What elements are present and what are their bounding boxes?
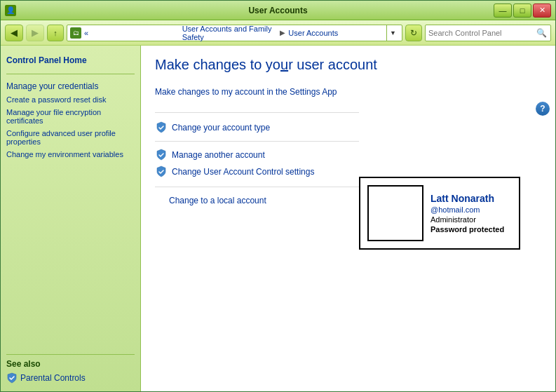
- back-button[interactable]: ◀: [5, 25, 23, 41]
- change-account-type-row: Change your account type: [155, 121, 359, 134]
- navbar: ◀ ▶ ↑ 🗂 « User Accounts and Family Safet…: [1, 20, 555, 46]
- maximize-button[interactable]: □: [513, 4, 531, 18]
- main-window: 👤 User Accounts — □ ✕ ◀ ▶ ↑ 🗂 « User Acc…: [0, 0, 556, 392]
- sidebar-divider-1: [6, 74, 135, 74]
- user-status: Password protected: [430, 225, 512, 234]
- see-also-title: See also: [6, 359, 135, 369]
- content-area: Control Panel Home Manage your credentia…: [1, 46, 555, 391]
- see-also-section: See also Parental Controls: [6, 354, 135, 384]
- main-right: Latt Nonarath @hotmail.com Administrator…: [373, 87, 541, 210]
- main-panel: ? Make changes to your user account Make…: [141, 46, 555, 391]
- search-input[interactable]: [428, 29, 535, 37]
- close-button[interactable]: ✕: [533, 4, 551, 18]
- sidebar-link-advanced-profile[interactable]: Configure advanced user profile properti…: [6, 128, 135, 147]
- shield-icon-manage-account: [155, 149, 168, 161]
- titlebar-controls: — □ ✕: [494, 4, 551, 18]
- main-left: Make changes to my account in the Settin…: [155, 87, 359, 210]
- sidebar: Control Panel Home Manage your credentia…: [1, 46, 141, 391]
- change-account-type-link[interactable]: Change your account type: [172, 123, 270, 133]
- see-also-parental-controls[interactable]: Parental Controls: [6, 372, 135, 384]
- user-details: Latt Nonarath @hotmail.com Administrator…: [430, 193, 512, 234]
- breadcrumb-separator1: «: [84, 29, 179, 37]
- uac-settings-link[interactable]: Change User Account Control settings: [172, 167, 314, 177]
- address-dropdown[interactable]: ▼: [386, 25, 399, 41]
- address-icon: 🗂: [70, 27, 81, 39]
- main-content-wrapper: Make changes to my account in the Settin…: [155, 87, 541, 210]
- user-info-box: Latt Nonarath @hotmail.com Administrator…: [359, 177, 520, 250]
- sidebar-link-credentials[interactable]: Manage your credentials: [6, 80, 135, 93]
- parental-controls-link[interactable]: Parental Controls: [20, 372, 86, 384]
- titlebar-left: 👤: [5, 5, 16, 16]
- sidebar-link-environment[interactable]: Change my environment variables: [6, 149, 135, 160]
- page-title-underlined-char: u: [280, 57, 288, 72]
- user-avatar: [367, 185, 423, 241]
- settings-app-row: Make changes to my account in the Settin…: [155, 87, 359, 101]
- window-title: User Accounts: [248, 6, 307, 15]
- breadcrumb-part1[interactable]: User Accounts and Family Safety: [182, 25, 278, 41]
- refresh-button[interactable]: ↻: [405, 25, 422, 41]
- user-email: @hotmail.com: [430, 205, 512, 214]
- shield-icon-account-type: [155, 121, 168, 134]
- sidebar-link-encryption[interactable]: Manage your file encryption certificates: [6, 107, 135, 126]
- breadcrumb-part2[interactable]: User Accounts: [288, 29, 384, 37]
- titlebar: 👤 User Accounts — □ ✕: [1, 1, 555, 20]
- forward-button[interactable]: ▶: [26, 25, 44, 41]
- local-account-link[interactable]: Change to a local account: [169, 196, 266, 205]
- shield-icon-uac: [155, 165, 168, 178]
- divider-2: [155, 141, 359, 142]
- manage-another-account-row: Manage another account: [155, 149, 359, 161]
- user-name: Latt Nonarath: [430, 193, 512, 204]
- sidebar-spacer: [6, 161, 135, 353]
- manage-another-account-link[interactable]: Manage another account: [172, 150, 265, 160]
- app-icon: 👤: [5, 5, 16, 16]
- search-icon[interactable]: 🔍: [535, 27, 548, 39]
- uac-settings-row: Change User Account Control settings: [155, 165, 359, 178]
- sidebar-link-password-reset[interactable]: Create a password reset disk: [6, 94, 135, 105]
- minimize-button[interactable]: —: [494, 4, 512, 18]
- local-account-row: Change to a local account: [169, 196, 359, 210]
- address-bar: 🗂 « User Accounts and Family Safety ▶ Us…: [67, 25, 402, 41]
- sidebar-home-link[interactable]: Control Panel Home: [6, 53, 135, 68]
- page-title: Make changes to your user account: [155, 57, 541, 73]
- shield-icon: [6, 372, 18, 384]
- breadcrumb-arrow: ▶: [280, 29, 285, 36]
- user-role: Administrator: [430, 215, 512, 224]
- up-button[interactable]: ↑: [47, 25, 64, 41]
- divider-3: [155, 187, 359, 187]
- settings-app-link[interactable]: Make changes to my account in the Settin…: [155, 87, 337, 97]
- divider-1: [155, 112, 359, 113]
- search-box: 🔍: [425, 25, 551, 41]
